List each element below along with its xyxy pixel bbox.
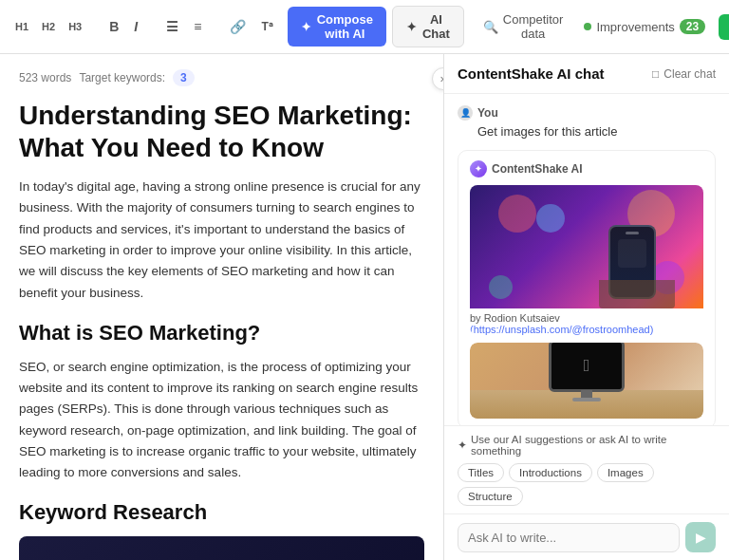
- user-message-text: Get images for this article: [458, 124, 716, 139]
- ai-image-1: by Rodion Kutsaiev (https://unsplash.com…: [470, 185, 703, 335]
- ai-chat-button[interactable]: ✦ AI Chat: [392, 6, 464, 47]
- article-image: DataAnalytics: [19, 536, 424, 560]
- user-message: 👤 You Get images for this article: [458, 105, 716, 139]
- phone-speaker: [626, 232, 639, 234]
- italic-button[interactable]: I: [129, 15, 142, 38]
- chat-suggestions: ✦ Use our AI suggestions or ask AI to wr…: [444, 425, 729, 513]
- improvements-dot: [584, 23, 591, 30]
- article-paragraph-2: SEO, or search engine optimization, is t…: [19, 357, 424, 484]
- article-title: Understanding SEO Marketing: What You Ne…: [19, 100, 424, 163]
- h1-button[interactable]: H1: [11, 18, 32, 35]
- image-credit-link[interactable]: (https://unsplash.com/@frostroomhead): [470, 324, 653, 335]
- compose-with-ai-button[interactable]: ✦ Compose with AI: [288, 7, 386, 47]
- article-paragraph-1: In today's digital age, having a strong …: [19, 177, 424, 304]
- unordered-list-button[interactable]: ≡: [189, 15, 206, 38]
- ai-suggestions-icon: ✦: [458, 439, 467, 452]
- chat-input[interactable]: [458, 523, 680, 552]
- ai-image-photo-2: : [470, 343, 703, 419]
- bokeh-1: [498, 195, 536, 233]
- ai-label: ✦ ContentShake AI: [470, 160, 703, 177]
- ai-avatar-icon: ✦: [470, 160, 487, 177]
- improvements-button[interactable]: Improvements 23: [576, 15, 713, 38]
- improvements-count: 23: [680, 19, 705, 34]
- collapse-sidebar-button[interactable]: »: [432, 67, 444, 90]
- ai-message: ✦ ContentShake AI: [458, 150, 716, 425]
- keywords-badge: 3: [173, 69, 195, 86]
- ai-image-photo-1: [470, 185, 703, 308]
- main-area: 523 words Target keywords: 3 Understandi…: [0, 54, 729, 560]
- monitor-stand: [581, 390, 592, 398]
- chip-titles[interactable]: Titles: [458, 463, 504, 482]
- h2-button[interactable]: H2: [38, 18, 59, 35]
- apple-logo-icon: : [584, 356, 590, 376]
- phone-screen: [618, 239, 646, 268]
- editor-panel: 523 words Target keywords: 3 Understandi…: [0, 54, 444, 560]
- send-button[interactable]: ▶: [685, 522, 716, 552]
- format-button[interactable]: Tᵃ: [256, 16, 277, 37]
- user-label: 👤 You: [458, 105, 716, 121]
- chat-header: ContentShake AI chat □ Clear chat: [444, 54, 729, 94]
- ai-image-2: : [470, 343, 703, 419]
- chip-structure[interactable]: Structure: [458, 487, 523, 506]
- bold-button[interactable]: B: [104, 15, 123, 38]
- target-keywords-label: Target keywords:: [79, 71, 165, 84]
- clear-icon: □: [652, 67, 659, 81]
- link-button[interactable]: 🔗: [225, 15, 251, 38]
- image-credit-1: by Rodion Kutsaiev (https://unsplash.com…: [470, 312, 703, 335]
- editor-meta: 523 words Target keywords: 3: [19, 69, 424, 86]
- hand-shape: [599, 280, 675, 308]
- toolbar: H1 H2 H3 B I ☰ ≡ 🔗 Tᵃ ✦ Compose with AI …: [0, 0, 729, 54]
- word-count: 523 words: [19, 71, 71, 84]
- article-h2-1: What is SEO Marketing?: [19, 321, 424, 345]
- competitor-data-button[interactable]: 🔍 Competitor data: [476, 9, 571, 45]
- chat-messages: 👤 You Get images for this article ✦ Cont…: [444, 94, 729, 425]
- monitor-base: [572, 398, 601, 401]
- chip-images[interactable]: Images: [597, 463, 654, 482]
- search-icon: 🔍: [483, 20, 498, 34]
- publish-button[interactable]: ↗ Publish: [719, 14, 729, 40]
- ai-chat-icon: ✦: [406, 20, 417, 34]
- clear-chat-button[interactable]: □ Clear chat: [652, 67, 716, 81]
- chat-panel: ContentShake AI chat □ Clear chat 👤 You …: [444, 54, 729, 560]
- monitor: : [549, 343, 625, 392]
- send-icon: ▶: [696, 530, 706, 545]
- article-h2-2: Keyword Research: [19, 500, 424, 525]
- chip-introductions[interactable]: Introductions: [509, 463, 592, 482]
- monitor-screen: : [551, 343, 622, 389]
- user-avatar-icon: 👤: [458, 105, 473, 121]
- suggestions-hint: ✦ Use our AI suggestions or ask AI to wr…: [458, 434, 716, 457]
- compose-icon: ✦: [301, 20, 311, 34]
- chat-input-row: ▶: [444, 513, 729, 560]
- chat-title: ContentShake AI chat: [458, 65, 604, 82]
- ordered-list-button[interactable]: ☰: [161, 15, 183, 38]
- bokeh-2: [536, 204, 565, 233]
- bokeh-5: [489, 275, 513, 299]
- h3-button[interactable]: H3: [65, 18, 85, 35]
- suggestion-chips: Titles Introductions Images Structure: [458, 463, 716, 506]
